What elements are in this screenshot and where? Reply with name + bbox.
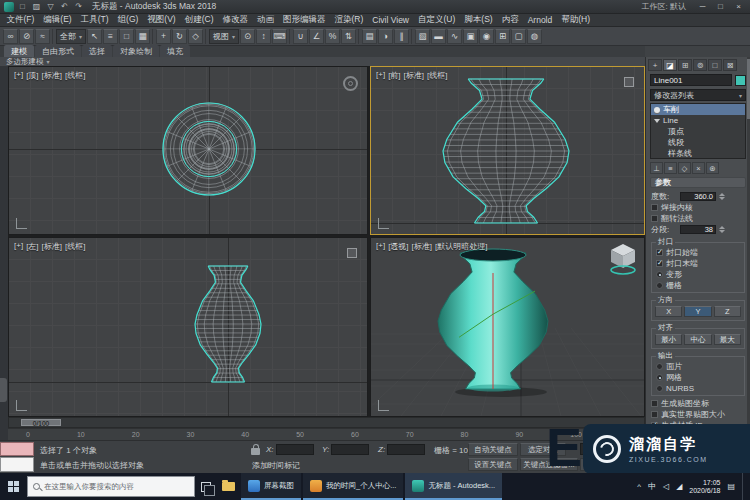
spinner-snap-icon[interactable]: ⇅: [341, 29, 356, 44]
selection-region-icon[interactable]: □: [119, 29, 134, 44]
modifier-stack-item-line[interactable]: Line: [651, 115, 745, 126]
viewport-shading-menu[interactable]: [线框]: [65, 241, 85, 252]
menu-group[interactable]: 组(G): [113, 14, 143, 26]
use-pivot-center-icon[interactable]: ⊙: [240, 29, 255, 44]
gen-mapping-checkbox[interactable]: [651, 400, 658, 407]
y-field[interactable]: [331, 444, 369, 455]
select-object-icon[interactable]: ↖: [87, 29, 102, 44]
snaps-toggle-icon[interactable]: ∪: [293, 29, 308, 44]
parameters-rollout-header[interactable]: 参数: [650, 177, 746, 188]
remove-modifier-button[interactable]: ×: [692, 162, 705, 174]
viewport-general-menu[interactable]: [+]: [376, 241, 385, 252]
modifier-stack-item-lathe[interactable]: 车削: [651, 104, 745, 115]
angle-snap-icon[interactable]: ∠: [309, 29, 324, 44]
degrees-field[interactable]: 360.0: [680, 192, 716, 201]
taskbar-search-box[interactable]: 在这里输入你要搜索的内容: [27, 476, 195, 497]
tray-expand-icon[interactable]: ^: [637, 482, 641, 491]
output-patch-radio[interactable]: [656, 363, 663, 370]
window-crossing-icon[interactable]: ▦: [135, 29, 150, 44]
bind-to-space-warp-icon[interactable]: ≈: [35, 29, 50, 44]
keyboard-override-icon[interactable]: ⌨: [272, 29, 287, 44]
spinner-arrows-icon[interactable]: [719, 193, 725, 200]
morph-radio[interactable]: [656, 271, 663, 278]
auto-key-button[interactable]: 自动关键点: [468, 443, 518, 456]
percent-snap-icon[interactable]: %: [325, 29, 340, 44]
subobject-spline[interactable]: 样条线: [651, 148, 745, 159]
menu-content[interactable]: 内容: [497, 14, 523, 26]
viewport-top[interactable]: [+] [顶] [标准] [线框]: [8, 66, 368, 235]
menu-scripting[interactable]: 脚本(S): [460, 14, 497, 26]
viewport-renderer-menu[interactable]: [标准]: [42, 241, 62, 252]
subobject-segment[interactable]: 线段: [651, 137, 745, 148]
viewport-front[interactable]: [+] [前] [标准] [线框]: [370, 66, 645, 235]
coordinate-x[interactable]: X:: [266, 444, 314, 455]
taskbar-clock[interactable]: 17:05 2020/6/18: [689, 479, 720, 495]
show-desktop-button[interactable]: [742, 473, 746, 500]
modify-tab[interactable]: ◪: [663, 59, 677, 71]
maxscript-mini-listener-pink[interactable]: [0, 442, 34, 456]
viewport-general-menu[interactable]: [+]: [14, 241, 23, 252]
viewport-perspective[interactable]: [+] [透视] [标准] [默认明暗处理]: [370, 237, 645, 417]
taskbar-app-screenshot[interactable]: 屏幕截图: [241, 473, 301, 500]
subobject-vertex[interactable]: 顶点: [651, 126, 745, 137]
selection-filter-dropdown[interactable]: 全部▾: [56, 29, 86, 44]
align-min-button[interactable]: 最小: [655, 334, 682, 345]
configure-modifier-sets-button[interactable]: ⊛: [706, 162, 719, 174]
menu-tools[interactable]: 工具(T): [76, 14, 113, 26]
flip-normals-checkbox[interactable]: [651, 215, 658, 222]
real-world-map-checkbox[interactable]: [651, 411, 658, 418]
viewport-shading-menu[interactable]: [线框]: [427, 70, 447, 81]
redo-icon[interactable]: ↷: [73, 2, 84, 11]
minimize-button[interactable]: ─: [695, 2, 710, 11]
output-nurbs-radio[interactable]: [656, 385, 663, 392]
motion-tab[interactable]: ⊚: [693, 59, 707, 71]
ribbon-tab-populate[interactable]: 填充: [160, 45, 190, 57]
viewport-renderer-menu[interactable]: [标准]: [404, 70, 424, 81]
viewport-pov-menu[interactable]: [透视]: [388, 241, 408, 252]
unlink-selection-icon[interactable]: ⊘: [19, 29, 34, 44]
menu-graph-editors[interactable]: 图形编辑器: [279, 14, 331, 26]
viewport-pov-menu[interactable]: [左]: [26, 241, 38, 252]
spinner-arrows-icon[interactable]: [719, 226, 725, 233]
viewcube-icon[interactable]: [343, 76, 358, 91]
grid-radio[interactable]: [656, 282, 663, 289]
curve-editor-icon[interactable]: ∿: [447, 29, 462, 44]
ribbon-tab-modeling[interactable]: 建模: [4, 45, 34, 57]
viewport-general-menu[interactable]: [+]: [376, 70, 385, 81]
select-and-rotate-icon[interactable]: ↻: [172, 29, 187, 44]
file-explorer-button[interactable]: [217, 473, 239, 500]
volume-icon[interactable]: ◁: [663, 482, 669, 491]
align-icon[interactable]: ∥: [394, 29, 409, 44]
layer-explorer-icon[interactable]: ▧: [415, 29, 430, 44]
weld-core-checkbox[interactable]: [651, 204, 658, 211]
schematic-view-icon[interactable]: ▣: [463, 29, 478, 44]
undo-icon[interactable]: ↶: [59, 2, 70, 11]
select-and-move-icon[interactable]: +: [156, 29, 171, 44]
menu-help[interactable]: 帮助(H): [557, 14, 595, 26]
time-slider-handle[interactable]: 0/100: [21, 419, 61, 426]
set-key-button[interactable]: 设置关键点: [468, 458, 518, 471]
align-center-button[interactable]: 中心: [684, 334, 711, 345]
display-tab[interactable]: □: [708, 59, 722, 71]
ime-indicator[interactable]: 中: [648, 481, 656, 492]
viewport-renderer-menu[interactable]: [标准]: [42, 70, 62, 81]
ribbon-tab-object-paint[interactable]: 对象绘制: [113, 45, 159, 57]
viewcube-icon[interactable]: [608, 242, 638, 276]
ribbon-toggle-icon[interactable]: ▬: [431, 29, 446, 44]
select-by-name-icon[interactable]: ≡: [103, 29, 118, 44]
visibility-bulb-icon[interactable]: [654, 107, 660, 113]
z-field[interactable]: [387, 444, 425, 455]
start-button[interactable]: [0, 473, 27, 500]
select-and-scale-icon[interactable]: ◇: [188, 29, 203, 44]
menu-file[interactable]: 文件(F): [2, 14, 39, 26]
workspace-selector[interactable]: 工作区: 默认: [642, 1, 686, 12]
reference-coordinate-dropdown[interactable]: 视图▾: [209, 29, 239, 44]
utilities-tab[interactable]: ⊠: [723, 59, 737, 71]
open-file-icon[interactable]: ▨: [31, 2, 42, 11]
object-color-swatch[interactable]: [735, 75, 746, 86]
rendered-frame-window-icon[interactable]: ▢: [511, 29, 526, 44]
ribbon-tab-selection[interactable]: 选择: [82, 45, 112, 57]
direction-y-button[interactable]: Y: [684, 306, 711, 317]
cap-start-checkbox[interactable]: [656, 249, 663, 256]
ribbon-tab-freeform[interactable]: 自由形式: [35, 45, 81, 57]
